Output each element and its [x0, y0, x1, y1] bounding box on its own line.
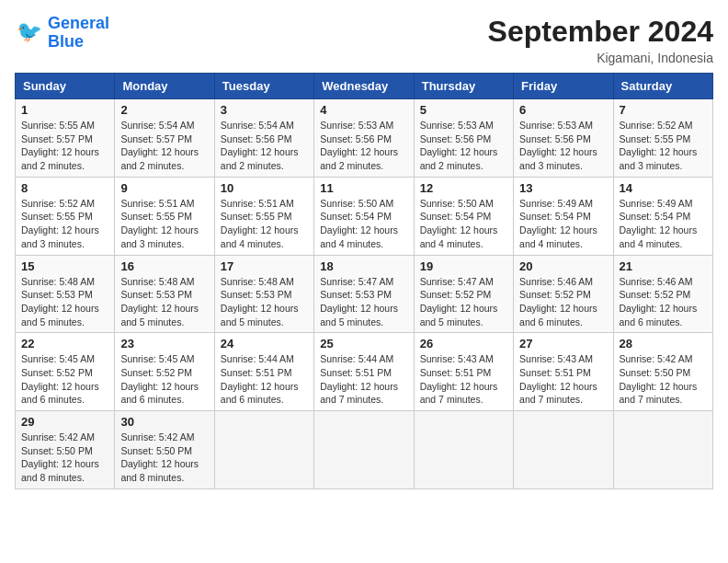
- day-number: 26: [420, 337, 507, 350]
- calendar-day-cell: [514, 411, 613, 489]
- calendar-day-cell: [214, 411, 313, 489]
- day-info: Sunrise: 5:45 AMSunset: 5:52 PMDaylight:…: [21, 352, 108, 407]
- page-header: 🐦 General Blue September 2024 Kigamani, …: [15, 15, 713, 65]
- day-info: Sunrise: 5:55 AMSunset: 5:57 PMDaylight:…: [21, 119, 108, 173]
- day-number: 29: [21, 415, 108, 429]
- day-number: 13: [519, 181, 607, 195]
- day-info: Sunrise: 5:44 AMSunset: 5:51 PMDaylight:…: [320, 352, 407, 407]
- day-number: 23: [120, 337, 208, 350]
- calendar-day-cell: [414, 411, 513, 489]
- day-number: 28: [620, 337, 707, 350]
- calendar-day-cell: 17Sunrise: 5:48 AMSunset: 5:53 PMDayligh…: [214, 255, 313, 333]
- calendar-day-cell: 2Sunrise: 5:54 AMSunset: 5:57 PMDaylight…: [115, 99, 214, 178]
- day-info: Sunrise: 5:47 AMSunset: 5:52 PMDaylight:…: [420, 275, 507, 329]
- day-info: Sunrise: 5:52 AMSunset: 5:55 PMDaylight:…: [620, 119, 707, 173]
- day-number: 6: [519, 103, 607, 117]
- logo-text: General Blue: [48, 15, 109, 52]
- day-number: 25: [320, 337, 407, 350]
- day-info: Sunrise: 5:45 AMSunset: 5:52 PMDaylight:…: [120, 352, 208, 407]
- day-info: Sunrise: 5:53 AMSunset: 5:56 PMDaylight:…: [420, 119, 507, 173]
- day-number: 9: [120, 181, 208, 195]
- day-info: Sunrise: 5:53 AMSunset: 5:56 PMDaylight:…: [519, 119, 607, 173]
- weekday-header-thursday: Thursday: [414, 74, 513, 99]
- calendar-day-cell: 1Sunrise: 5:55 AMSunset: 5:57 PMDaylight…: [16, 99, 115, 178]
- calendar-day-cell: 27Sunrise: 5:43 AMSunset: 5:51 PMDayligh…: [514, 333, 613, 411]
- day-info: Sunrise: 5:43 AMSunset: 5:51 PMDaylight:…: [519, 352, 607, 407]
- calendar-day-cell: 10Sunrise: 5:51 AMSunset: 5:55 PMDayligh…: [214, 177, 313, 255]
- calendar-week-row: 8Sunrise: 5:52 AMSunset: 5:55 PMDaylight…: [16, 177, 713, 255]
- day-number: 22: [21, 337, 108, 350]
- calendar-day-cell: 7Sunrise: 5:52 AMSunset: 5:55 PMDaylight…: [613, 99, 712, 178]
- calendar-day-cell: 13Sunrise: 5:49 AMSunset: 5:54 PMDayligh…: [514, 177, 613, 255]
- calendar-day-cell: 20Sunrise: 5:46 AMSunset: 5:52 PMDayligh…: [514, 255, 613, 333]
- weekday-header-wednesday: Wednesday: [314, 74, 414, 99]
- day-number: 30: [120, 415, 208, 429]
- day-info: Sunrise: 5:46 AMSunset: 5:52 PMDaylight:…: [620, 275, 707, 329]
- calendar-day-cell: 14Sunrise: 5:49 AMSunset: 5:54 PMDayligh…: [613, 177, 712, 255]
- day-number: 8: [21, 181, 108, 195]
- day-info: Sunrise: 5:48 AMSunset: 5:53 PMDaylight:…: [120, 275, 208, 329]
- day-number: 4: [320, 103, 407, 117]
- calendar-day-cell: 24Sunrise: 5:44 AMSunset: 5:51 PMDayligh…: [214, 333, 313, 411]
- calendar-day-cell: 29Sunrise: 5:42 AMSunset: 5:50 PMDayligh…: [16, 411, 115, 489]
- calendar-week-row: 22Sunrise: 5:45 AMSunset: 5:52 PMDayligh…: [16, 333, 713, 411]
- calendar-week-row: 1Sunrise: 5:55 AMSunset: 5:57 PMDaylight…: [16, 99, 713, 178]
- day-info: Sunrise: 5:48 AMSunset: 5:53 PMDaylight:…: [221, 275, 308, 329]
- day-info: Sunrise: 5:51 AMSunset: 5:55 PMDaylight:…: [120, 197, 208, 251]
- day-number: 19: [420, 259, 507, 273]
- location: Kigamani, Indonesia: [488, 51, 713, 65]
- weekday-header-saturday: Saturday: [613, 74, 712, 99]
- calendar-day-cell: 5Sunrise: 5:53 AMSunset: 5:56 PMDaylight…: [414, 99, 513, 178]
- calendar-day-cell: 25Sunrise: 5:44 AMSunset: 5:51 PMDayligh…: [314, 333, 414, 411]
- day-info: Sunrise: 5:44 AMSunset: 5:51 PMDaylight:…: [221, 352, 308, 407]
- calendar-day-cell: 21Sunrise: 5:46 AMSunset: 5:52 PMDayligh…: [613, 255, 712, 333]
- day-info: Sunrise: 5:49 AMSunset: 5:54 PMDaylight:…: [620, 197, 707, 251]
- day-info: Sunrise: 5:51 AMSunset: 5:55 PMDaylight:…: [221, 197, 308, 251]
- day-number: 27: [519, 337, 607, 350]
- calendar-day-cell: 16Sunrise: 5:48 AMSunset: 5:53 PMDayligh…: [115, 255, 214, 333]
- day-number: 17: [221, 259, 308, 273]
- calendar-day-cell: 12Sunrise: 5:50 AMSunset: 5:54 PMDayligh…: [414, 177, 513, 255]
- calendar-day-cell: 18Sunrise: 5:47 AMSunset: 5:53 PMDayligh…: [314, 255, 414, 333]
- day-number: 18: [320, 259, 407, 273]
- calendar-day-cell: 19Sunrise: 5:47 AMSunset: 5:52 PMDayligh…: [414, 255, 513, 333]
- day-number: 24: [221, 337, 308, 350]
- calendar-day-cell: 22Sunrise: 5:45 AMSunset: 5:52 PMDayligh…: [16, 333, 115, 411]
- day-number: 11: [320, 181, 407, 195]
- day-number: 10: [221, 181, 308, 195]
- day-info: Sunrise: 5:54 AMSunset: 5:56 PMDaylight:…: [221, 119, 308, 173]
- title-block: September 2024 Kigamani, Indonesia: [488, 15, 713, 65]
- weekday-header-friday: Friday: [514, 74, 613, 99]
- day-info: Sunrise: 5:54 AMSunset: 5:57 PMDaylight:…: [120, 119, 208, 173]
- day-number: 16: [120, 259, 208, 273]
- day-info: Sunrise: 5:43 AMSunset: 5:51 PMDaylight:…: [420, 352, 507, 407]
- calendar-day-cell: 3Sunrise: 5:54 AMSunset: 5:56 PMDaylight…: [214, 99, 313, 178]
- day-number: 2: [120, 103, 208, 117]
- day-number: 15: [21, 259, 108, 273]
- calendar-day-cell: 11Sunrise: 5:50 AMSunset: 5:54 PMDayligh…: [314, 177, 414, 255]
- day-info: Sunrise: 5:53 AMSunset: 5:56 PMDaylight:…: [320, 119, 407, 173]
- month-title: September 2024: [488, 15, 713, 49]
- calendar-day-cell: 8Sunrise: 5:52 AMSunset: 5:55 PMDaylight…: [16, 177, 115, 255]
- svg-text:🐦: 🐦: [17, 19, 42, 44]
- calendar-day-cell: 28Sunrise: 5:42 AMSunset: 5:50 PMDayligh…: [613, 333, 712, 411]
- day-number: 14: [620, 181, 707, 195]
- day-number: 7: [620, 103, 707, 117]
- day-number: 12: [420, 181, 507, 195]
- calendar-day-cell: [314, 411, 414, 489]
- day-number: 3: [221, 103, 308, 117]
- weekday-header-tuesday: Tuesday: [214, 74, 313, 99]
- day-info: Sunrise: 5:47 AMSunset: 5:53 PMDaylight:…: [320, 275, 407, 329]
- day-info: Sunrise: 5:48 AMSunset: 5:53 PMDaylight:…: [21, 275, 108, 329]
- calendar-week-row: 29Sunrise: 5:42 AMSunset: 5:50 PMDayligh…: [16, 411, 713, 489]
- day-info: Sunrise: 5:42 AMSunset: 5:50 PMDaylight:…: [620, 352, 707, 407]
- calendar-day-cell: 26Sunrise: 5:43 AMSunset: 5:51 PMDayligh…: [414, 333, 513, 411]
- calendar-day-cell: 4Sunrise: 5:53 AMSunset: 5:56 PMDaylight…: [314, 99, 414, 178]
- day-number: 20: [519, 259, 607, 273]
- day-info: Sunrise: 5:50 AMSunset: 5:54 PMDaylight:…: [320, 197, 407, 251]
- day-info: Sunrise: 5:42 AMSunset: 5:50 PMDaylight:…: [120, 431, 208, 485]
- logo: 🐦 General Blue: [15, 15, 109, 52]
- calendar-day-cell: 9Sunrise: 5:51 AMSunset: 5:55 PMDaylight…: [115, 177, 214, 255]
- day-info: Sunrise: 5:52 AMSunset: 5:55 PMDaylight:…: [21, 197, 108, 251]
- calendar-day-cell: 23Sunrise: 5:45 AMSunset: 5:52 PMDayligh…: [115, 333, 214, 411]
